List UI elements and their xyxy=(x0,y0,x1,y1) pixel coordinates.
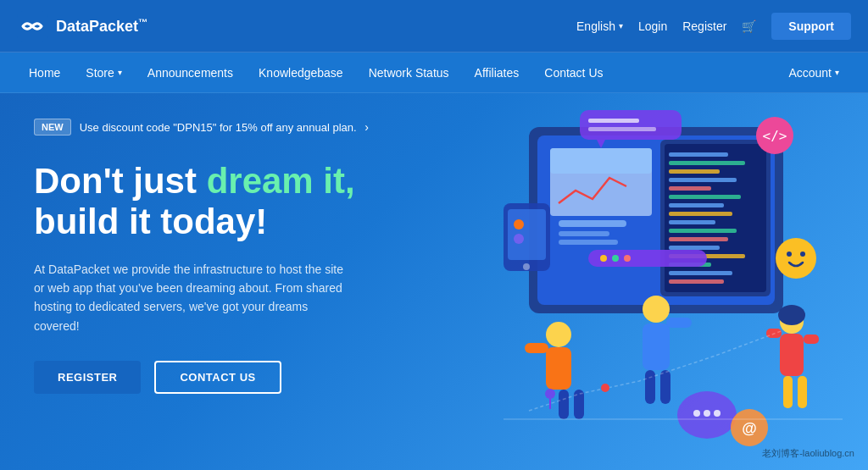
svg-point-42 xyxy=(787,252,792,257)
svg-rect-12 xyxy=(669,169,720,174)
svg-rect-33 xyxy=(508,209,546,260)
logo-icon xyxy=(17,11,47,41)
hero-buttons: REGISTER CONTACT US xyxy=(34,361,441,394)
svg-rect-7 xyxy=(559,240,618,245)
brand-name: DataPacket™ xyxy=(56,17,147,36)
chevron-store-icon: ▾ xyxy=(118,68,122,77)
svg-point-39 xyxy=(612,255,619,262)
svg-rect-53 xyxy=(559,390,569,419)
svg-rect-10 xyxy=(669,152,728,157)
svg-rect-58 xyxy=(645,370,655,404)
svg-rect-6 xyxy=(559,231,609,236)
language-label: English xyxy=(576,19,615,33)
svg-rect-16 xyxy=(669,203,724,207)
svg-point-35 xyxy=(514,219,524,229)
top-right-nav: English ▾ Login Register 🛒 Support xyxy=(576,13,851,40)
svg-rect-59 xyxy=(660,370,670,404)
svg-rect-13 xyxy=(669,178,737,182)
svg-point-69 xyxy=(545,389,555,399)
svg-rect-19 xyxy=(669,229,737,233)
svg-rect-11 xyxy=(669,161,745,165)
svg-rect-5 xyxy=(559,220,626,227)
svg-rect-62 xyxy=(780,334,804,376)
svg-point-47 xyxy=(714,410,721,417)
logo-area[interactable]: DataPacket™ xyxy=(17,11,147,41)
svg-point-61 xyxy=(778,305,805,325)
contact-button[interactable]: CONTACT US xyxy=(154,361,281,394)
svg-point-45 xyxy=(693,410,700,417)
nav-knowledgebase[interactable]: Knowledgebase xyxy=(247,53,355,93)
svg-rect-54 xyxy=(574,390,584,419)
svg-point-50 xyxy=(546,322,571,347)
nav-store[interactable]: Store ▾ xyxy=(74,53,133,93)
support-button[interactable]: Support xyxy=(771,13,851,40)
svg-rect-25 xyxy=(669,279,724,284)
svg-rect-20 xyxy=(669,237,728,241)
top-bar: DataPacket™ English ▾ Login Register 🛒 S… xyxy=(0,0,868,53)
chevron-down-icon: ▾ xyxy=(619,21,623,30)
svg-point-43 xyxy=(800,252,805,257)
language-selector[interactable]: English ▾ xyxy=(576,19,623,33)
chevron-account-icon: ▾ xyxy=(835,68,839,77)
watermark: 老刘博客-laoliublog.cn xyxy=(762,447,854,460)
svg-rect-18 xyxy=(669,220,715,224)
register-link[interactable]: Register xyxy=(682,19,726,33)
svg-point-38 xyxy=(600,255,607,262)
svg-rect-29 xyxy=(588,119,639,123)
nav-account[interactable]: Account ▾ xyxy=(776,53,851,93)
svg-rect-21 xyxy=(669,246,720,250)
svg-point-41 xyxy=(776,238,816,279)
nav-network-status[interactable]: Network Status xyxy=(357,53,461,93)
svg-point-36 xyxy=(514,234,524,244)
hero-section: NEW Use discount code "DPN15" for 15% of… xyxy=(0,93,868,470)
nav-contact-us[interactable]: Contact Us xyxy=(532,53,615,93)
hero-illustration: </> xyxy=(393,93,868,470)
promo-text: Use discount code "DPN15" for 15% off an… xyxy=(80,120,369,134)
svg-rect-4 xyxy=(550,148,652,174)
svg-point-55 xyxy=(643,296,670,323)
svg-rect-24 xyxy=(669,271,732,275)
nav-announcements[interactable]: Announcements xyxy=(136,53,245,93)
hero-description: At DataPacket we provide the infrastruct… xyxy=(34,260,356,336)
login-link[interactable]: Login xyxy=(638,19,667,33)
svg-rect-56 xyxy=(643,323,670,370)
svg-rect-64 xyxy=(804,335,819,344)
svg-rect-66 xyxy=(798,376,807,408)
nav-right: Account ▾ xyxy=(776,53,851,93)
svg-rect-57 xyxy=(666,318,692,328)
svg-point-46 xyxy=(704,410,710,417)
arrow-icon: › xyxy=(364,120,369,134)
svg-rect-14 xyxy=(669,186,711,191)
svg-rect-9 xyxy=(665,144,766,292)
svg-rect-51 xyxy=(546,347,571,390)
svg-point-68 xyxy=(601,384,609,392)
main-nav: Home Store ▾ Announcements Knowledgebase… xyxy=(0,53,868,93)
svg-rect-28 xyxy=(580,110,682,140)
svg-text:@: @ xyxy=(742,420,757,437)
svg-rect-15 xyxy=(669,195,741,199)
svg-rect-52 xyxy=(525,343,548,353)
cart-icon[interactable]: 🛒 xyxy=(742,19,756,33)
svg-rect-17 xyxy=(669,212,732,216)
svg-point-34 xyxy=(523,263,530,270)
svg-rect-30 xyxy=(588,127,656,131)
svg-point-40 xyxy=(624,255,631,262)
svg-rect-65 xyxy=(783,376,793,408)
nav-left: Home Store ▾ Announcements Knowledgebase… xyxy=(17,53,776,93)
register-button[interactable]: REGISTER xyxy=(34,361,141,394)
nav-home[interactable]: Home xyxy=(17,53,72,93)
svg-text:</>: </> xyxy=(763,128,787,144)
new-badge: NEW xyxy=(34,119,71,135)
nav-affiliates[interactable]: Affiliates xyxy=(463,53,531,93)
hero-content: Don't just dream it, build it today! At … xyxy=(34,161,441,394)
hero-title: Don't just dream it, build it today! xyxy=(34,161,441,243)
